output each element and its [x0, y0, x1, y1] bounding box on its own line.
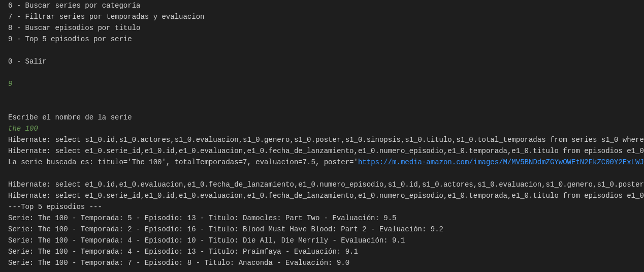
menu-option-0: 0 - Salir — [8, 56, 636, 67]
top5-episode-4: Serie: The 100 - Temporada: 4 - Episodio… — [8, 246, 636, 257]
top5-episode-1: Serie: The 100 - Temporada: 5 - Episodio… — [8, 213, 636, 224]
prompt-series-name: Escribe el nombre de la serie — [8, 112, 636, 123]
top5-episode-2: Serie: The 100 - Temporada: 2 - Episodio… — [8, 224, 636, 235]
hibernate-query-1: Hibernate: select s1_0.id,s1_0.actores,s… — [8, 134, 636, 145]
poster-url-link[interactable]: https://m.media-amazon.com/images/M/MV5B… — [358, 157, 644, 168]
top5-episode-3: Serie: The 100 - Temporada: 4 - Episodio… — [8, 235, 636, 246]
blank-line — [8, 168, 636, 179]
blank-line — [8, 67, 636, 78]
menu-option-7: 7 - Filtrar series por temporadas y eval… — [8, 11, 636, 22]
hibernate-query-4: Hibernate: select e1_0.serie_id,e1_0.id,… — [8, 190, 636, 201]
series-result-line: La serie buscada es: titulo='The 100', t… — [8, 157, 636, 168]
terminal-output[interactable]: 6 - Buscar series por categoria 7 - Filt… — [0, 0, 644, 272]
blank-line — [8, 89, 636, 101]
blank-line — [8, 101, 636, 112]
blank-line — [8, 45, 636, 56]
menu-option-9: 9 - Top 5 episodios por serie — [8, 34, 636, 45]
top5-episode-5: Serie: The 100 - Temporada: 7 - Episodio… — [8, 257, 636, 268]
hibernate-query-3: Hibernate: select e1_0.id,e1_0.evaluacio… — [8, 179, 636, 190]
user-series-input: the 100 — [8, 123, 636, 134]
hibernate-query-2: Hibernate: select e1_0.serie_id,e1_0.id,… — [8, 145, 636, 157]
menu-option-8: 8 - Buscar episodios por titulo — [8, 22, 636, 34]
series-result-prefix: La serie buscada es: titulo='The 100', t… — [8, 157, 358, 168]
user-menu-choice: 9 — [8, 78, 636, 89]
menu-option-6: 6 - Buscar series por categoria — [8, 0, 636, 11]
top5-header: ---Top 5 episodios --- — [8, 201, 636, 213]
